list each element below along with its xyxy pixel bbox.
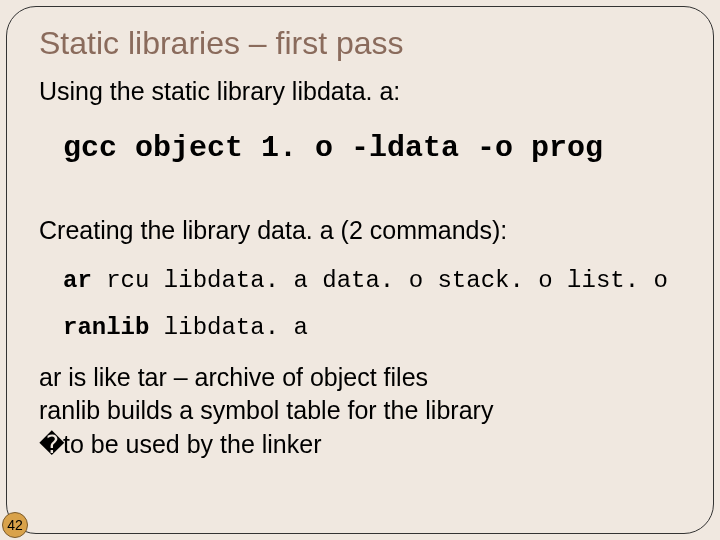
code-ar: ar rcu libdata. a data. o stack. o list.… [63,267,685,294]
slide-frame: Static libraries – first pass Using the … [6,6,714,534]
creating-intro: Creating the library data. a (2 commands… [39,215,685,246]
code-use-library: gcc object 1. o -ldata -o prog [63,131,685,165]
desc-linker: �to be used by the linker [39,428,685,462]
description-block: ar is like tar – archive of object files… [35,361,685,462]
desc-ar: ar is like tar – archive of object files [39,361,685,395]
code-ranlib: ranlib libdata. a [63,314,685,341]
desc-ranlib: ranlib builds a symbol table for the lib… [39,394,685,428]
bullet-glyph: � [39,428,63,462]
using-intro: Using the static library libdata. a: [39,76,685,107]
desc-linker-text: to be used by the linker [63,430,322,458]
slide-number-badge: 42 [2,512,28,538]
code-ar-args: rcu libdata. a data. o stack. o list. o [92,267,668,294]
slide-title: Static libraries – first pass [39,25,685,62]
code-ar-keyword: ar [63,267,92,294]
code-ranlib-args: libdata. a [149,314,307,341]
code-ranlib-keyword: ranlib [63,314,149,341]
